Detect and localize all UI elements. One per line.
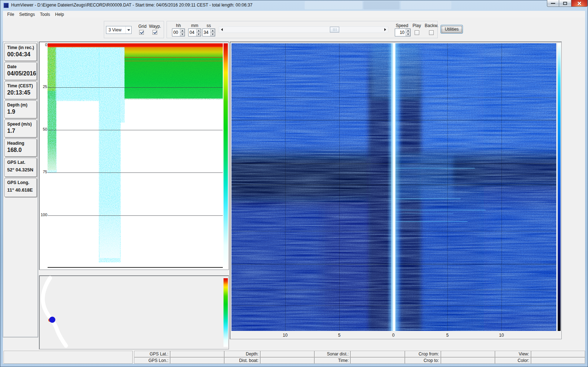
speed-down-button[interactable] [406, 32, 410, 36]
hh-down-button[interactable] [180, 32, 185, 36]
playback-group: hh mm ss Speed [167, 21, 438, 38]
info-panel-date: Date 04/05/2016 [4, 62, 37, 80]
info-value: 1.7 [7, 128, 36, 134]
status-label-gps-lon: GPS Lon.: [134, 357, 170, 364]
ss-input[interactable] [203, 29, 210, 36]
status-label-view: View: [495, 351, 531, 357]
grid-label: Grid [138, 24, 147, 29]
info-label: Heading [7, 141, 36, 146]
status-label-color: Color: [495, 357, 531, 364]
speed-spinbox [395, 29, 411, 36]
menu-settings[interactable]: Settings [17, 11, 37, 18]
utilities-button[interactable]: Utilities [441, 25, 463, 34]
info-value: 00:04:34 [7, 51, 36, 58]
titlebar-ghost-artifact [305, 1, 362, 9]
info-value: 52° 04.325N [7, 167, 36, 172]
boat-position-marker [49, 317, 56, 323]
sidescan-image[interactable] [231, 43, 556, 331]
info-label: Depth (m) [7, 102, 36, 108]
menu-tools[interactable]: Tools [37, 11, 53, 18]
utilities-button-label: Utilities [445, 27, 459, 32]
info-value: 1.9 [7, 109, 36, 115]
speed-up-button[interactable] [406, 29, 410, 32]
play-label: Play [412, 23, 421, 28]
echogram-image[interactable] [48, 43, 223, 268]
info-panel-heading: Heading 168.0 [4, 139, 37, 157]
echogram-colorbar [224, 43, 228, 268]
mm-input[interactable] [189, 29, 196, 36]
info-panel-depth: Depth (m) 1.9 [4, 100, 37, 118]
hh-input[interactable] [172, 29, 180, 36]
menu-file[interactable]: File [5, 11, 17, 18]
status-label-crop-from: Crop from: [405, 351, 441, 357]
app-window: HumViewer - D:\Eigene Dateien\Zeugs\RECO… [0, 0, 588, 367]
close-icon [577, 1, 582, 6]
ss-label: ss [207, 23, 211, 28]
waypoints-checkbox[interactable] [152, 30, 157, 35]
info-label: Speed (m/s) [7, 122, 36, 127]
timeline-scrollbar-thumb[interactable] [330, 27, 339, 32]
ss-spinbox [202, 29, 215, 36]
status-message-box [4, 351, 133, 364]
status-value-view [531, 351, 585, 357]
titlebar[interactable]: HumViewer - D:\Eigene Dateien\Zeugs\RECO… [0, 0, 588, 11]
info-value: 04/05/2016 [7, 70, 36, 77]
depth-tick: 25 [40, 84, 47, 89]
ss-down-button[interactable] [210, 32, 215, 36]
info-panel-speed: Speed (m/s) 1.7 [4, 119, 37, 137]
play-checkbox[interactable] [415, 30, 419, 35]
range-tick: 10 [499, 333, 504, 338]
depth-tick: 50 [40, 127, 47, 131]
close-button[interactable] [571, 0, 588, 7]
chevron-down-icon [125, 26, 131, 34]
status-label-dist-boat: Dist. boat: [224, 357, 260, 364]
titlebar-ghost-artifact [401, 1, 451, 9]
info-label: Date [7, 64, 36, 69]
info-value: 11° 40.618E [7, 187, 36, 193]
hh-up-button[interactable] [180, 29, 185, 32]
status-table: GPS Lat.: Depth: Sonar dist.: Crop from:… [134, 351, 585, 364]
grip-icon [333, 28, 336, 31]
status-value-sonar-dist [350, 351, 404, 357]
status-value-crop-to [441, 357, 495, 364]
status-value-dist-boat [260, 357, 314, 364]
maximize-button[interactable] [559, 0, 571, 7]
grid-checkbox[interactable] [139, 30, 144, 35]
info-label: GPS Lat. [7, 160, 36, 165]
view-mode-value: 3 View [106, 27, 125, 32]
depth-tick: 75 [40, 170, 47, 174]
gps-track-map[interactable] [39, 276, 229, 349]
backwards-checkbox[interactable] [429, 30, 434, 35]
info-value: 168.0 [7, 147, 36, 153]
mm-up-button[interactable] [196, 29, 201, 32]
ss-up-button[interactable] [210, 29, 215, 32]
mm-label: mm [191, 23, 198, 28]
wayp-label: Wayp. [149, 24, 161, 29]
scroll-left-icon[interactable] [221, 28, 223, 31]
status-value-crop-from [441, 351, 495, 357]
mm-down-button[interactable] [196, 32, 201, 36]
speed-input[interactable] [395, 29, 406, 36]
info-panel-time-in-rec: Time (in rec.) 00:04:34 [4, 43, 37, 61]
titlebar-ghost-artifact [363, 1, 399, 9]
speed-label: Speed [396, 23, 408, 28]
info-label: Time (CEST) [7, 83, 36, 88]
range-tick: 0 [392, 333, 395, 338]
timeline-scrollbar[interactable] [219, 26, 388, 33]
status-value-depth [260, 351, 314, 357]
range-tick: 5 [446, 333, 449, 338]
info-panel-time-cest: Time (CEST) 20:13:45 [4, 81, 37, 99]
menu-help[interactable]: Help [53, 11, 67, 18]
info-panel-gps-lat: GPS Lat. 52° 04.325N [4, 158, 37, 177]
range-tick: 10 [283, 333, 287, 338]
maximize-icon [563, 2, 567, 5]
sidescan-colorbar [558, 43, 561, 331]
status-label-time: Time: [314, 357, 350, 364]
scroll-right-icon[interactable] [384, 28, 386, 31]
gps-map-panel [39, 275, 229, 349]
mm-spinbox [188, 29, 201, 36]
view-mode-select[interactable]: 3 View [106, 26, 132, 34]
minimize-button[interactable] [547, 0, 559, 7]
status-value-gps-lat [170, 351, 224, 357]
depth-tick: 100 [39, 213, 47, 217]
